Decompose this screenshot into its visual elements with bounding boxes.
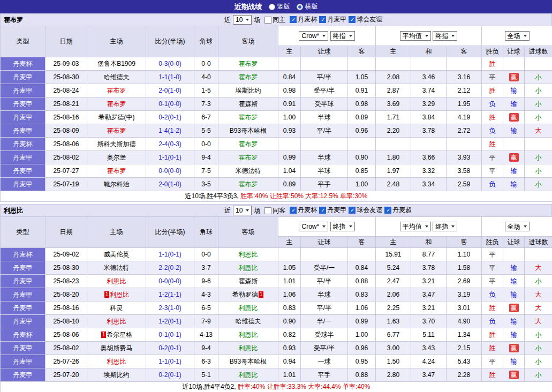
home-team-cell[interactable]: 霍布罗 xyxy=(87,84,146,97)
checkbox-icon[interactable] xyxy=(319,16,326,23)
home-team-cell[interactable]: 科灵 xyxy=(87,301,146,315)
home-team-cell[interactable]: 利恩比 xyxy=(87,315,146,328)
avg-home-odds-cell: 2.87 xyxy=(376,84,411,97)
odds-time-select[interactable]: 终指 xyxy=(330,222,355,231)
league-filter[interactable]: 丹麦甲 xyxy=(319,206,346,215)
avg-away-odds-cell: 1.34 xyxy=(447,328,482,342)
checkbox-icon[interactable] xyxy=(349,16,356,23)
home-team-cell[interactable]: 威美伦英 xyxy=(87,248,146,261)
goals-result-cell: 小 xyxy=(525,355,552,368)
avg-time-select[interactable]: 终指 xyxy=(433,222,457,231)
avg-away-odds-cell: 3.01 xyxy=(447,301,482,315)
scope-select[interactable]: 全场 xyxy=(505,222,530,231)
odds-company-select[interactable]: Crow* xyxy=(299,222,328,231)
radio-icon[interactable] xyxy=(269,4,275,10)
home-team-cell[interactable]: 靴尔科治 xyxy=(87,178,146,191)
score-cell: 2-0(1-0) xyxy=(146,84,194,97)
score-cell: 0-0(0-0) xyxy=(146,164,194,178)
home-team-cell[interactable]: 1希尔星格 xyxy=(87,328,146,342)
away-team-cell[interactable]: 霍布罗 xyxy=(218,151,278,164)
home-team-cell[interactable]: 哈维德夫 xyxy=(87,71,146,84)
away-team-cell[interactable]: 利恩比 xyxy=(218,261,278,275)
away-team-cell[interactable]: 霍布罗 xyxy=(218,138,278,151)
home-team-cell[interactable]: 希勒罗德(中) xyxy=(87,111,146,124)
avg-time-select[interactable]: 终指 xyxy=(433,31,457,41)
team-name: 霍布罗 xyxy=(107,167,126,175)
away-team-cell[interactable]: 霍森斯 xyxy=(218,97,278,111)
away-team-cell[interactable]: 利恩比 xyxy=(218,342,278,355)
away-team-cell[interactable]: 利恩比 xyxy=(218,248,278,261)
away-team-cell[interactable]: B93哥本哈根 xyxy=(218,124,278,138)
home-team-cell[interactable]: 利恩比 xyxy=(87,275,146,288)
away-team-cell[interactable]: 霍布罗 xyxy=(218,111,278,124)
league-type-cell: 丹麦甲 xyxy=(1,71,46,84)
away-team-cell[interactable]: 霍森斯 xyxy=(218,275,278,288)
home-team-cell[interactable]: 奥尔堡 xyxy=(87,151,146,164)
away-team-cell[interactable]: 哈维德夫 xyxy=(218,315,278,328)
layout-radio-horizontal[interactable]: 横版 xyxy=(297,2,318,11)
handicap-result-cell: 输 xyxy=(503,288,525,301)
away-team-cell[interactable]: 霍布罗 xyxy=(218,57,278,71)
away-team-cell[interactable]: 希勒罗德1 xyxy=(218,288,278,301)
match-row: 丹麦甲25-08-21霍布罗0-1(0-0)7-3霍森斯0.91受半球0.983… xyxy=(1,97,552,111)
away-team-cell[interactable]: 霍布罗 xyxy=(218,71,278,84)
league-filter[interactable]: 丹麦杯 xyxy=(290,206,317,215)
team-name: 霍森斯 xyxy=(239,100,258,108)
checkbox-icon[interactable] xyxy=(290,16,297,23)
handicap-odds-group-header: Crow* 终指 xyxy=(278,26,376,46)
match-row: 丹麦杯25-08-061希尔星格0-1(0-1)4-13利恩比0.82受球半1.… xyxy=(1,328,552,342)
away-team-cell[interactable]: 利恩比 xyxy=(218,368,278,382)
checkbox-icon[interactable] xyxy=(264,207,271,214)
filter-controls: 近 10 场 同主 丹麦杯丹麦甲球会友谊 xyxy=(224,15,382,25)
avg-type-select[interactable]: 平均值 xyxy=(400,222,431,231)
checkbox-icon[interactable] xyxy=(384,207,391,214)
avg-home-odds-cell xyxy=(376,57,411,71)
home-team-cell[interactable]: 霍布罗 xyxy=(87,164,146,178)
league-filter[interactable]: 球会友谊 xyxy=(349,15,382,24)
home-team-cell[interactable]: 米德法特 xyxy=(87,261,146,275)
home-team-cell[interactable]: 奥胡斯费马 xyxy=(87,342,146,355)
odds-time-select[interactable]: 终指 xyxy=(330,31,355,41)
league-filter[interactable]: 球会友谊 xyxy=(349,206,382,215)
avg-away-odds-cell: 1.10 xyxy=(447,248,482,261)
goals-result-cell: 小 xyxy=(525,275,552,288)
home-team-cell[interactable]: 堡鲁本B1909 xyxy=(87,57,146,71)
home-team-cell[interactable]: 埃斯比约 xyxy=(87,368,146,382)
home-team-cell[interactable]: 霍布罗 xyxy=(87,97,146,111)
away-team-cell[interactable]: 利恩比 xyxy=(218,328,278,342)
team-name: 利恩比 xyxy=(110,291,129,298)
home-team-cell[interactable]: 利恩比 xyxy=(87,355,146,368)
league-type-cell: 丹麦甲 xyxy=(1,288,46,301)
away-team-cell[interactable]: 米德法特 xyxy=(218,164,278,178)
match-count-select[interactable]: 10 xyxy=(233,15,252,25)
checkbox-icon[interactable] xyxy=(319,207,326,214)
away-team-cell[interactable]: 利恩比 xyxy=(218,301,278,315)
scope-select[interactable]: 全场 xyxy=(505,31,530,41)
home-team-cell[interactable]: 斯科夫斯加德 xyxy=(87,138,146,151)
same-venue-filter[interactable]: 同主 xyxy=(264,16,285,25)
avg-type-select[interactable]: 平均值 xyxy=(400,31,431,41)
handicap-line-cell: 平/半 xyxy=(301,124,348,138)
away-team-cell[interactable]: 霍布罗 xyxy=(218,178,278,191)
league-filter[interactable]: 丹麦超 xyxy=(384,206,412,215)
score-cell: 0-3(0-0) xyxy=(146,57,194,71)
handicap-home-odds-cell: 0.91 xyxy=(278,97,301,111)
league-type-cell: 丹麦甲 xyxy=(1,261,46,275)
league-filter[interactable]: 丹麦杯 xyxy=(290,15,317,24)
match-count-select[interactable]: 10 xyxy=(233,206,252,215)
checkbox-icon[interactable] xyxy=(264,17,271,24)
away-team-cell[interactable]: 埃斯比约 xyxy=(218,84,278,97)
layout-radio-vertical[interactable]: 竖版 xyxy=(269,2,290,11)
match-count-value: 10 xyxy=(236,16,243,24)
handicap-line-cell: 受半球 xyxy=(301,97,348,111)
odds-company-select[interactable]: Crow* xyxy=(299,31,328,41)
away-team-cell[interactable]: B93哥本哈根 xyxy=(218,355,278,368)
radio-selected-icon[interactable] xyxy=(297,4,303,10)
home-team-cell[interactable]: 霍布罗 xyxy=(87,124,146,138)
same-venue-filter[interactable]: 同客 xyxy=(264,206,285,215)
league-filter[interactable]: 丹麦甲 xyxy=(319,15,346,24)
handicap-away-odds-cell: 0.90 xyxy=(348,151,376,164)
checkbox-icon[interactable] xyxy=(349,207,356,214)
checkbox-icon[interactable] xyxy=(290,207,297,214)
home-team-cell[interactable]: 1利恩比 xyxy=(87,288,146,301)
